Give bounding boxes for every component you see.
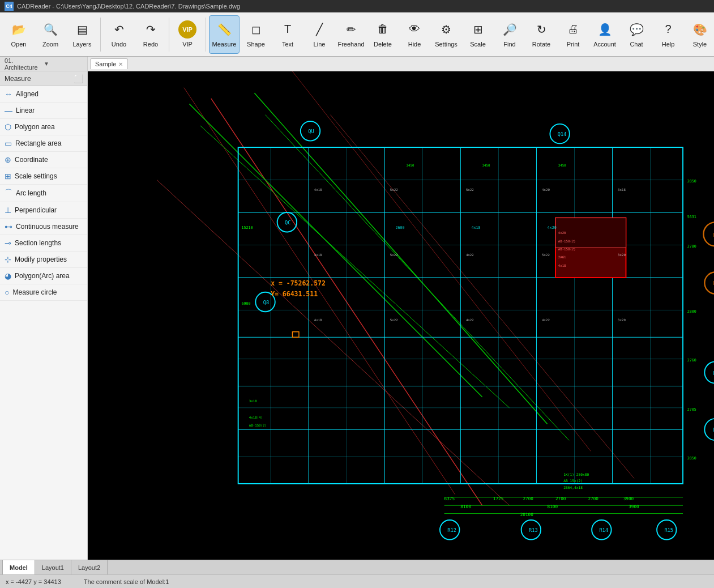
canvas-area: Sample ✕	[88, 57, 714, 560]
app-icon: C4	[5, 2, 14, 11]
drawing-tab-strip: Sample ✕	[88, 57, 714, 71]
shape-label: Shape	[247, 41, 265, 48]
cad-canvas[interactable]: 6375 1725 2700 2700 2700 3900 8100 8100 …	[88, 71, 714, 560]
freehand-icon: ✏	[342, 20, 360, 39]
menu-item-scale_settings[interactable]: ⊞Scale settings	[0, 168, 87, 185]
toolbar-btn-text[interactable]: TText	[272, 15, 303, 54]
menu-item-continuous_measure[interactable]: ⊷Continuous measure	[0, 219, 87, 235]
toolbar-btn-measure[interactable]: 📏Measure	[209, 15, 240, 54]
toolbar-btn-help[interactable]: ?Help	[653, 15, 683, 54]
text-label: Text	[282, 41, 293, 48]
toolbar-btn-hide[interactable]: 👁Hide	[399, 15, 430, 54]
coordinate-icon: ⊕	[5, 155, 11, 164]
section_lengths-icon: ⊸	[5, 238, 11, 248]
titlebar: C4 CADReader - C:\Users\YangJ\Desktop\12…	[0, 0, 714, 12]
line-label: Line	[314, 41, 326, 48]
svg-text:1725: 1725	[493, 496, 503, 501]
bottom-tab-layout2[interactable]: Layout2	[71, 560, 108, 574]
toolbar-btn-settings[interactable]: ⚙Settings	[431, 15, 461, 54]
bottom-tab-model[interactable]: Model	[2, 560, 35, 574]
scale-label: Scale	[470, 41, 486, 48]
svg-text:2A61: 2A61	[558, 255, 566, 259]
vip-label: VIP	[182, 41, 193, 48]
menu-item-arc_length[interactable]: ⌒Arc length	[0, 185, 87, 202]
menu-item-coordinate[interactable]: ⊕Coordinate	[0, 152, 87, 168]
svg-text:2780: 2780	[687, 244, 696, 249]
svg-text:3x20: 3x20	[618, 318, 626, 322]
help-label: Help	[662, 41, 675, 48]
menu-item-section_lengths[interactable]: ⊸Section lengths	[0, 235, 87, 252]
polygon_arc_area-label: Polygon(Arc) area	[15, 272, 70, 280]
bottom-tab-layout1[interactable]: Layout1	[35, 560, 71, 574]
continuous_measure-icon: ⊷	[5, 222, 12, 231]
toolbar-divider-3	[100, 18, 101, 52]
menu-item-aligned[interactable]: ↔Aligned	[0, 86, 87, 103]
svg-text:AB-150(2): AB-150(2)	[558, 248, 576, 251]
svg-text:3450: 3450	[482, 164, 490, 167]
drawing-tab-close[interactable]: ✕	[118, 61, 123, 67]
svg-text:5x22: 5x22	[390, 318, 398, 322]
svg-point-61	[704, 419, 714, 440]
menu-item-modify_properties[interactable]: ⊹Modify properties	[0, 252, 87, 268]
drawing-tab-label: Sample	[95, 61, 116, 67]
toolbar-btn-style[interactable]: 🎨Style	[685, 15, 714, 54]
linear-icon: —	[5, 106, 12, 115]
svg-text:20100: 20100	[520, 512, 533, 517]
toolbar-btn-redo[interactable]: ↷Redo	[135, 15, 166, 54]
svg-text:4s18(4): 4s18(4)	[249, 416, 263, 419]
svg-text:6900: 6900	[241, 301, 250, 306]
svg-text:R12: R12	[447, 527, 456, 533]
arch-dropdown[interactable]: 01. Architecture ▼	[0, 57, 87, 71]
arc_length-icon: ⌒	[5, 188, 12, 198]
toolbar-btn-account[interactable]: 👤Account	[589, 15, 620, 54]
toolbar-btn-chat[interactable]: 💬Chat	[621, 15, 652, 54]
menu-item-measure_circle[interactable]: ○Measure circle	[0, 284, 87, 301]
menu-item-polygon_arc_area[interactable]: ◕Polygon(Arc) area	[0, 268, 87, 284]
toolbar-btn-undo[interactable]: ↶Undo	[104, 15, 134, 54]
measure-panel-header: Measure ⬜	[0, 71, 87, 86]
menu-item-perpendicular[interactable]: ⊥Perpendicular	[0, 202, 87, 219]
find-label: Find	[503, 41, 515, 48]
arc_length-label: Arc length	[16, 189, 46, 197]
svg-text:8100: 8100	[460, 504, 471, 509]
toolbar-btn-print[interactable]: 🖨Print	[558, 15, 588, 54]
shape-icon: ◻	[247, 20, 265, 39]
toolbar-btn-layers[interactable]: ▤Layers	[67, 15, 97, 54]
menu-item-polygon_area[interactable]: ⬡Polygon area	[0, 119, 87, 135]
toolbar-btn-rotate[interactable]: ↻Rotate	[526, 15, 557, 54]
svg-text:4x22: 4x22	[542, 318, 550, 322]
toolbar-btn-zoom[interactable]: 🔍Zoom	[35, 15, 66, 54]
toolbar-divider-5	[169, 18, 169, 52]
linear-label: Linear	[16, 106, 35, 114]
toolbar-btn-find[interactable]: 🔎Find	[494, 15, 525, 54]
sidebar: 01. Architecture ▼ Measure ⬜ ↔Aligned—Li…	[0, 57, 88, 560]
app-title: CADReader - C:\Users\YangJ\Desktop\12. C…	[17, 3, 240, 10]
scale_settings-icon: ⊞	[5, 172, 11, 181]
menu-item-rectangle_area[interactable]: ▭Rectangle area	[0, 135, 87, 152]
svg-text:3900: 3900	[629, 504, 639, 509]
delete-icon: 🗑	[374, 20, 392, 39]
toolbar-btn-open[interactable]: 📂Open	[3, 15, 34, 54]
toolbar-btn-freehand[interactable]: ✏Freehand	[336, 15, 366, 54]
svg-text:Q8: Q8	[263, 300, 269, 305]
measure-label: Measure	[212, 41, 237, 48]
layers-label: Layers	[72, 41, 91, 48]
menu-item-linear[interactable]: —Linear	[0, 103, 87, 119]
undo-icon: ↶	[110, 20, 128, 39]
help-icon: ?	[659, 20, 677, 39]
toolbar-btn-line[interactable]: ╱Line	[304, 15, 335, 54]
toolbar-btn-shape[interactable]: ◻Shape	[241, 15, 271, 54]
svg-text:AB 15x(2): AB 15x(2)	[563, 479, 583, 483]
undo-label: Undo	[112, 41, 126, 48]
measure-panel-close[interactable]: ⬜	[74, 74, 83, 83]
style-label: Style	[693, 41, 707, 48]
svg-text:5x22: 5x22	[390, 253, 398, 257]
toolbar-btn-delete[interactable]: 🗑Delete	[367, 15, 398, 54]
svg-text:2700: 2700	[555, 496, 566, 501]
svg-text:4x22: 4x22	[466, 253, 474, 257]
svg-text:2850: 2850	[687, 456, 696, 461]
toolbar-btn-scale[interactable]: ⊞Scale	[463, 15, 493, 54]
cad-drawing: 6375 1725 2700 2700 2700 3900 8100 8100 …	[88, 71, 714, 560]
toolbar-btn-vip[interactable]: VIPVIP	[172, 15, 203, 54]
drawing-tab-sample[interactable]: Sample ✕	[90, 58, 128, 69]
